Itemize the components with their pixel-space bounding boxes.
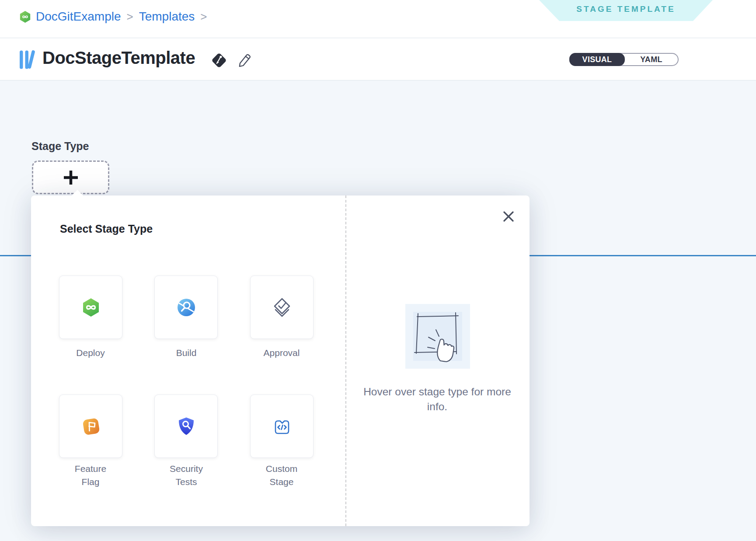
page-title: DocStageTemplate	[42, 48, 195, 68]
stage-label-approval: Approval	[257, 346, 306, 360]
stage-template-screen: DocGitExample > Templates > STAGE TEMPLA…	[0, 0, 756, 541]
project-hexagon-icon	[19, 10, 31, 23]
template-library-icon	[19, 50, 35, 72]
stage-card-build[interactable]	[154, 276, 218, 339]
plus-icon	[63, 169, 79, 186]
approval-diamond-check-icon	[272, 297, 292, 318]
popover-title: Select Stage Type	[60, 223, 153, 235]
stage-card-approval[interactable]	[250, 276, 314, 339]
stage-card-feature-flag[interactable]	[59, 394, 122, 458]
stage-card-custom-stage[interactable]	[250, 394, 314, 458]
breadcrumb-templates-link[interactable]: Templates	[139, 10, 195, 24]
deploy-hexagon-icon	[81, 298, 101, 317]
stage-template-badge-label: STAGE TEMPLATE	[576, 4, 675, 17]
build-circle-magnifier-icon	[177, 298, 196, 317]
title-bar: DocStageTemplate VISUAL YAML	[0, 38, 756, 80]
hover-hint-text: Hover over stage type for more info.	[359, 384, 516, 414]
feature-flag-icon	[81, 416, 101, 436]
stage-template-ribbon-badge: STAGE TEMPLATE	[539, 0, 713, 21]
stage-card-deploy[interactable]	[59, 276, 122, 339]
stage-label-custom-stage: Custom Stage	[257, 462, 306, 489]
stage-label-security-tests: Security Tests	[162, 462, 211, 489]
template-tag-icon	[210, 52, 228, 71]
custom-stage-ticket-icon	[272, 416, 292, 436]
add-stage-button[interactable]	[32, 161, 109, 194]
edit-pencil-icon[interactable]	[237, 51, 252, 69]
stage-type-label: Stage Type	[31, 140, 89, 153]
toggle-yaml[interactable]: YAML	[625, 54, 678, 65]
breadcrumb-bar: DocGitExample > Templates > STAGE TEMPLA…	[0, 0, 756, 38]
popover-caret	[71, 190, 84, 196]
breadcrumb: DocGitExample > Templates >	[19, 10, 208, 24]
stage-label-feature-flag: Feature Flag	[66, 462, 115, 489]
breadcrumb-separator: >	[199, 10, 208, 24]
toggle-visual[interactable]: VISUAL	[569, 53, 625, 66]
select-stage-type-popover: Select Stage Type	[31, 195, 530, 526]
stage-label-deploy: Deploy	[66, 346, 115, 360]
stage-card-security-tests[interactable]	[154, 394, 218, 458]
close-icon[interactable]	[502, 210, 515, 223]
stage-label-build: Build	[162, 346, 211, 360]
pane-divider	[345, 195, 346, 526]
security-shield-magnifier-icon	[177, 417, 196, 436]
breadcrumb-separator: >	[126, 10, 134, 24]
hover-info-illustration	[405, 304, 470, 369]
visual-yaml-toggle: VISUAL YAML	[569, 53, 679, 66]
breadcrumb-project-link[interactable]: DocGitExample	[36, 10, 121, 24]
